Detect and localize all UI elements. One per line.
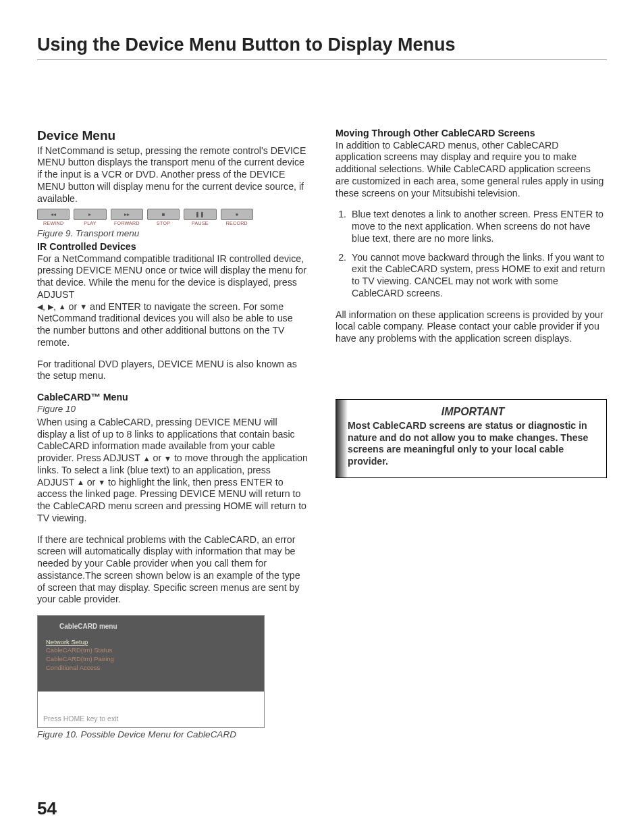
important-body: Most CableCARD screens are status or dia… [348, 420, 598, 468]
moving-through-heading: Moving Through Other CableCARD Screens [336, 128, 607, 140]
right-arrow-icon: ▶ [48, 303, 53, 311]
transport-menu-figure: ◂◂ REWIND ▸ PLAY ▸▸ FORWARD ■ STOP ❚❚ PA… [37, 209, 253, 227]
ccmenu-item-0: Network Setup [46, 638, 256, 646]
down-arrow-icon: ▼ [98, 479, 105, 486]
figure-10-ref: Figure 10 [37, 404, 308, 415]
list-item-1: Blue text denotes a link to another scre… [349, 209, 607, 244]
stop-icon: ■ [147, 209, 180, 220]
figure-9-caption: Figure 9. Transport menu [37, 228, 308, 240]
up-arrow-icon: ▲ [143, 455, 151, 463]
device-menu-heading: Device Menu [37, 128, 308, 144]
ccmenu-item-3: Conditional Access [46, 664, 256, 672]
ccmenu-footer: Press HOME key to exit [38, 692, 264, 727]
transport-stop: ■ STOP [147, 209, 180, 227]
play-label: PLAY [74, 221, 106, 227]
left-arrow-icon: ◀ [37, 303, 43, 311]
transport-play: ▸ PLAY [74, 209, 106, 227]
cablecard-p2: If there are technical problems with the… [37, 534, 308, 606]
cablecard-menu-heading: CableCARD™ Menu [37, 392, 308, 404]
play-icon: ▸ [74, 209, 106, 220]
right-column: Moving Through Other CableCARD Screens I… [336, 128, 607, 742]
ir-devices-p2: For traditional DVD players, DEVICE MENU… [37, 359, 308, 383]
cablecard-menu-figure: CableCARD menu Network Setup CableCARD(t… [37, 615, 265, 728]
down-arrow-icon: ▼ [80, 303, 87, 311]
device-menu-intro: If NetCommand is setup, pressing the rem… [37, 145, 308, 205]
transport-forward: ▸▸ FORWARD [111, 209, 143, 227]
ccmenu-item-1: CableCARD(tm) Status [46, 646, 256, 654]
rewind-icon: ◂◂ [37, 209, 70, 220]
page-number: 54 [37, 798, 57, 820]
title-rule [37, 59, 607, 60]
moving-through-p2: All information on these application scr… [336, 309, 607, 345]
ccmenu-item-2: CableCARD(tm) Pairing [46, 655, 256, 663]
important-title: IMPORTANT [348, 405, 598, 419]
ccmenu-title: CableCARD menu [59, 623, 256, 631]
ir-p1b: and ENTER to navigate the screen. For so… [37, 301, 293, 348]
left-column: Device Menu If NetCommand is setup, pres… [37, 128, 308, 742]
transport-record: ● RECORD [221, 209, 253, 227]
forward-icon: ▸▸ [111, 209, 143, 220]
figure-10-caption: Figure 10. Possible Device Menu for Cabl… [37, 729, 308, 741]
cablecard-p1: When using a CableCARD, pressing DEVICE … [37, 417, 308, 525]
pause-label: PAUSE [184, 221, 216, 227]
important-box: IMPORTANT Most CableCARD screens are sta… [336, 399, 607, 478]
pause-icon: ❚❚ [184, 209, 216, 220]
ir-devices-p1: For a NetCommand compatible traditional … [37, 253, 308, 349]
transport-pause: ❚❚ PAUSE [184, 209, 216, 227]
record-label: RECORD [221, 221, 253, 227]
moving-through-list: Blue text denotes a link to another scre… [336, 209, 607, 299]
page-title: Using the Device Menu Button to Display … [37, 34, 607, 57]
forward-label: FORWARD [111, 221, 143, 227]
list-item-2: You cannot move backward through the lin… [349, 252, 607, 300]
transport-rewind: ◂◂ REWIND [37, 209, 70, 227]
up-arrow-icon: ▲ [77, 479, 84, 486]
ir-p1a: For a NetCommand compatible traditional … [37, 253, 306, 300]
ir-devices-heading: IR Controlled Devices [37, 241, 308, 253]
up-arrow-icon: ▲ [59, 303, 66, 311]
stop-label: STOP [147, 221, 180, 227]
moving-through-p1: In addition to CableCARD menus, other Ca… [336, 140, 607, 200]
down-arrow-icon: ▼ [164, 455, 171, 463]
rewind-label: REWIND [37, 221, 70, 227]
record-icon: ● [221, 209, 253, 220]
